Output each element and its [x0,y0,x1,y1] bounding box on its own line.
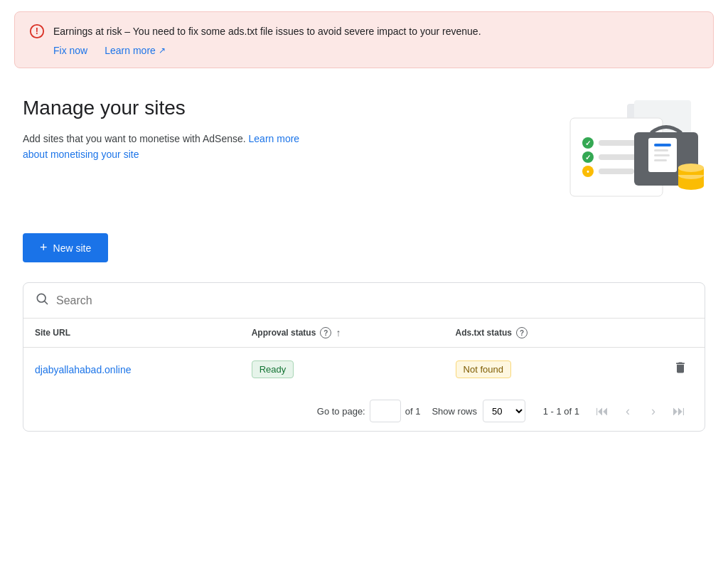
prev-page-button[interactable]: ‹ [616,400,639,422]
ads-txt-status-info-icon[interactable]: ? [516,327,528,338]
svg-text:•: • [587,168,589,176]
hero-illustration: ✓ ✓ • [478,97,705,210]
plus-icon: + [40,240,48,255]
hero-description: Add sites that you want to monetise with… [23,131,321,163]
table-row: djabyallahabad.onlineReadyNot found [23,348,705,392]
alert-banner: ! Earnings at risk – You need to fix som… [14,11,714,68]
td-actions [616,348,705,392]
rows-select[interactable]: 10 25 50 100 [483,400,525,422]
search-input[interactable] [56,294,693,307]
td-site-url: djabyallahabad.online [23,348,240,392]
pagination-row: Go to page: of 1 Show rows 10 25 50 100 … [23,391,705,431]
of-label: of 1 [405,406,421,417]
goto-page-group: Go to page: of 1 [317,400,421,422]
search-icon [35,292,49,309]
pagination-count: 1 - 1 of 1 [537,406,579,417]
page-title: Manage your sites [23,97,321,119]
th-actions [616,319,705,348]
delete-site-button[interactable] [668,358,693,381]
main-content: Manage your sites Add sites that you wan… [0,80,728,449]
show-rows-label: Show rows [432,406,477,417]
table-header-row: Site URL Approval status ? ↑ Ads.txt sta… [23,319,705,348]
new-site-button-label: New site [53,242,92,254]
ads-txt-status-badge: Not found [456,360,511,378]
th-ads-txt-status: Ads.txt status ? [444,319,617,348]
hero-section: Manage your sites Add sites that you wan… [23,97,705,210]
svg-rect-23 [654,149,668,151]
learn-more-link[interactable]: Learn more ↗ [105,45,166,56]
goto-page-label: Go to page: [317,406,365,417]
approval-status-info-icon[interactable]: ? [320,327,331,338]
svg-rect-25 [654,159,667,161]
new-site-button[interactable]: + New site [23,233,108,262]
svg-line-27 [45,301,48,304]
first-page-button[interactable]: ⏮ [591,400,614,422]
svg-rect-22 [654,144,671,146]
svg-text:✓: ✓ [585,139,591,147]
sort-icon[interactable]: ↑ [336,327,341,338]
td-ads-txt-status: Not found [444,348,617,392]
next-page-button[interactable]: › [642,400,665,422]
show-rows-group: Show rows 10 25 50 100 [432,400,525,422]
svg-rect-24 [654,154,670,156]
hero-text: Manage your sites Add sites that you wan… [23,97,321,163]
alert-icon: ! [29,23,45,39]
svg-rect-13 [599,169,634,174]
site-url-link[interactable]: djabyallahabad.online [35,364,131,375]
svg-point-20 [678,164,704,172]
alert-message: Earnings at risk – You need to fix some … [53,26,481,37]
sites-table-card: Site URL Approval status ? ↑ Ads.txt sta… [23,282,705,432]
th-site-url: Site URL [23,319,240,348]
external-link-icon: ↗ [159,46,166,55]
svg-text:!: ! [36,26,38,36]
pagination-nav-buttons: ⏮ ‹ › ⏭ [591,400,690,422]
td-approval-status: Ready [240,348,444,392]
last-page-button[interactable]: ⏭ [668,400,690,422]
search-row [23,283,705,319]
svg-text:✓: ✓ [585,154,591,161]
page-input[interactable] [370,400,401,422]
approval-status-badge: Ready [252,360,294,378]
sites-table: Site URL Approval status ? ↑ Ads.txt sta… [23,319,705,391]
th-approval-status: Approval status ? ↑ [240,319,444,348]
fix-now-link[interactable]: Fix now [53,45,87,56]
